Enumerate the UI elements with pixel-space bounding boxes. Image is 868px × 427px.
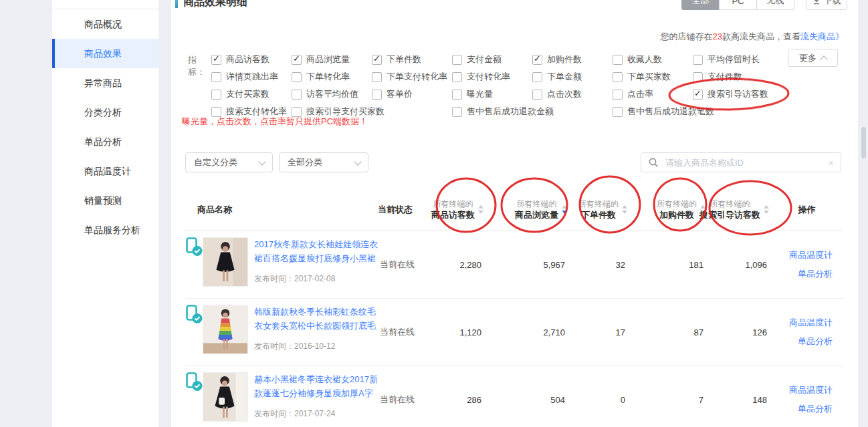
all-category-select[interactable]: 全部分类 [279, 152, 368, 172]
scrollbar-thumb[interactable] [861, 127, 866, 158]
metric-checkbox[interactable]: 曝光量 [452, 88, 532, 100]
metric-checkbox[interactable]: 点击次数 [532, 88, 613, 100]
mobile-verified-badge-icon [186, 305, 203, 324]
sidebar-item-product-overview[interactable]: 商品概况 [52, 9, 158, 39]
checkbox-icon [693, 90, 703, 100]
col-product-views: 所有终端的商品浏览量 [485, 198, 568, 221]
product-thermometer-link[interactable]: 商品温度计 [789, 317, 833, 329]
clear-search-icon[interactable]: × [828, 158, 834, 168]
metric-checkbox[interactable]: 收藏人数 [613, 53, 693, 65]
checkbox-icon [532, 90, 542, 100]
col-order-items: 所有终端的下单件数 [568, 198, 629, 221]
download-button[interactable]: 下载 [806, 0, 847, 10]
checkbox-icon [211, 72, 221, 82]
checkbox-icon [372, 55, 382, 65]
sort-control[interactable] [764, 205, 769, 214]
metric-checkbox[interactable]: 下单金额 [532, 71, 613, 83]
checkbox-icon [532, 55, 542, 65]
checkbox-icon [372, 72, 382, 82]
publish-date: 发布时间：2016-10-12 [254, 341, 383, 352]
segment-wireless-button[interactable]: 无线 [756, 0, 794, 10]
metric-value: 2,710 [485, 327, 568, 337]
metric-checkbox[interactable]: 下单转化率 [292, 71, 372, 83]
product-title-link[interactable]: 赫本小黑裙冬季连衣裙女2017新款蓬蓬七分袖修身显瘦加厚A字 [254, 372, 383, 400]
checkbox-icon [211, 55, 221, 65]
more-button[interactable]: 更多 [788, 49, 838, 67]
metric-value: 286 [428, 395, 485, 405]
metric-checkbox[interactable]: 商品访客数 [211, 53, 292, 65]
table-row: 赫本小黑裙冬季连衣裙女2017新款蓬蓬七分袖修身显瘦加厚A字 发布时间：2017… [186, 366, 843, 427]
sort-control[interactable] [478, 205, 483, 214]
page-title-text: 商品效果明细 [183, 0, 247, 9]
product-image[interactable] [203, 305, 248, 354]
product-title-link[interactable]: 韩版新款秋冬季长袖彩虹条纹毛衣女套头宽松中长款圆领打底毛 [254, 305, 383, 333]
metric-value: 126 [707, 327, 770, 337]
sidebar-item-sales-forecast[interactable]: 销量预测 [52, 186, 158, 215]
product-image[interactable] [203, 237, 248, 287]
metric-checkbox[interactable]: 支付金额 [452, 53, 532, 65]
metric-value: 87 [629, 327, 707, 337]
sidebar-item-single-item-service[interactable]: 单品服务分析 [52, 215, 158, 245]
checkbox-icon [613, 90, 623, 100]
metric-checkbox[interactable]: 下单件数 [372, 53, 452, 65]
metric-checkbox[interactable]: 加购件数 [532, 53, 613, 65]
metric-checkbox[interactable]: 售中售后成功退款笔数 [613, 106, 838, 118]
metric-checkbox[interactable]: 点击率 [613, 88, 693, 100]
segment-pc-button[interactable]: PC [719, 0, 757, 10]
metric-checkbox[interactable]: 商品浏览量 [292, 53, 372, 65]
sidebar-item-abnormal-products[interactable]: 异常商品 [52, 68, 158, 98]
metric-value: 5,967 [485, 260, 568, 270]
checkbox-icon [613, 72, 623, 82]
product-title-link[interactable]: 2017秋冬新款女长袖娃娃领连衣裙百搭名媛显瘦打底修身小黑裙 [254, 237, 383, 265]
single-item-analysis-link[interactable]: 单品分析 [798, 335, 833, 347]
search-box: × [641, 152, 841, 172]
custom-category-select[interactable]: 自定义分类 [185, 152, 273, 172]
metric-checkbox[interactable]: 支付件数 [693, 71, 838, 83]
checkbox-icon [452, 72, 462, 82]
sort-asc-icon [764, 205, 769, 208]
single-item-analysis-link[interactable]: 单品分析 [798, 268, 833, 280]
status-value: 当前在线 [378, 326, 428, 338]
metric-value: 2,280 [428, 260, 485, 270]
single-item-analysis-link[interactable]: 单品分析 [798, 403, 833, 415]
status-value: 当前在线 [378, 259, 428, 271]
sort-asc-icon [622, 205, 627, 208]
checkbox-icon [452, 55, 462, 65]
col-product-name: 商品名称 [186, 204, 378, 216]
col-actions: 操作 [770, 204, 843, 216]
status-value: 当前在线 [378, 394, 428, 406]
sidebar-item-product-effect[interactable]: 商品效果 [52, 39, 158, 68]
product-thermometer-link[interactable]: 商品温度计 [789, 384, 833, 396]
churn-notice: 您的店铺存在23款高流失商品，查看流失商品》 [661, 31, 844, 43]
metric-checkbox-search-guided-visitors[interactable]: 搜索引导访客数 [693, 88, 838, 100]
metric-value: 181 [629, 260, 707, 270]
metric-checkbox[interactable]: 下单支付转化率 [372, 71, 452, 83]
sidebar-item-category-analysis[interactable]: 分类分析 [52, 98, 158, 127]
sidebar-item-product-thermometer[interactable]: 商品温度计 [52, 156, 158, 186]
metric-checkbox[interactable]: 下单买家数 [613, 71, 693, 83]
checkbox-icon [693, 55, 703, 65]
table-row: 韩版新款秋冬季长袖彩虹条纹毛衣女套头宽松中长款圆领打底毛 发布时间：2016-1… [186, 299, 843, 366]
product-thermometer-link[interactable]: 商品温度计 [789, 249, 833, 261]
chevron-up-icon [820, 55, 827, 63]
product-image[interactable] [203, 372, 248, 422]
metric-checkbox[interactable]: 详情页跳出率 [211, 71, 292, 83]
chevron-down-icon [354, 158, 361, 165]
checkbox-icon [211, 90, 221, 100]
metric-checkbox[interactable]: 访客平均价值 [292, 88, 372, 100]
metric-checkbox[interactable]: 支付买家数 [211, 88, 292, 100]
churn-products-link[interactable]: 流失商品》 [800, 31, 844, 41]
metric-value: 32 [568, 260, 629, 270]
metric-value: 7 [629, 395, 707, 405]
search-input[interactable] [664, 157, 823, 168]
metrics-label: 指标： [188, 51, 211, 120]
sort-control[interactable] [622, 205, 627, 214]
metric-checkbox[interactable]: 售中售后成功退款金额 [452, 106, 613, 118]
checkbox-icon [292, 90, 302, 100]
metric-checkbox[interactable]: 支付转化率 [452, 71, 532, 83]
publish-date: 发布时间：2017-02-08 [254, 273, 383, 285]
sidebar-item-single-item-analysis[interactable]: 单品分析 [52, 127, 158, 156]
sort-control[interactable] [562, 205, 567, 214]
metric-checkbox[interactable]: 客单价 [372, 88, 452, 100]
segment-all-button[interactable]: 全部 [681, 0, 720, 10]
